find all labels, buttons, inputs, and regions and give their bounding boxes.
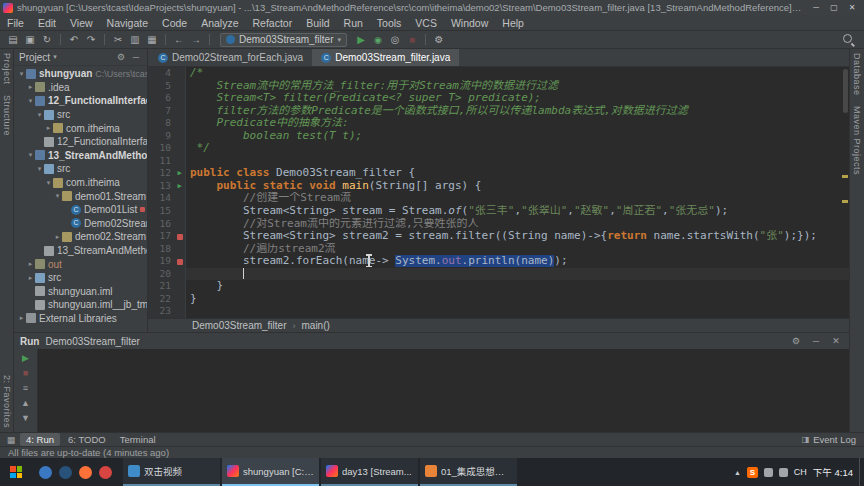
- run-config-selector[interactable]: Demo03Stream_filter ▾: [220, 33, 347, 47]
- tree-item-demo01list[interactable]: CDemo01List: [14, 203, 147, 217]
- line-number[interactable]: 17: [148, 230, 174, 243]
- toolwindow-switcher-icon[interactable]: ▦: [4, 435, 18, 445]
- code-line-10[interactable]: 10 */: [148, 142, 849, 155]
- tree-item--idea[interactable]: ▸.idea: [14, 81, 147, 95]
- cut-icon[interactable]: ✂: [110, 32, 126, 48]
- breadcrumb-class[interactable]: Demo03Stream_filter: [192, 320, 286, 331]
- tool-button-project[interactable]: Project: [2, 53, 12, 85]
- save-all-icon[interactable]: ▣: [22, 32, 38, 48]
- tree-item-13-streamandmethodr-[interactable]: 13_StreamAndMethodR...: [14, 244, 147, 258]
- run-gutter-icon[interactable]: ▶: [174, 167, 186, 180]
- menu-item-code[interactable]: Code: [155, 17, 194, 29]
- line-number[interactable]: 12: [148, 167, 174, 180]
- line-number[interactable]: 13: [148, 180, 174, 193]
- firefox-icon[interactable]: [79, 466, 92, 479]
- panel-hide-icon[interactable]: ─: [130, 52, 142, 62]
- tree-item-out[interactable]: ▸out: [14, 257, 147, 271]
- open-icon[interactable]: ▤: [5, 32, 21, 48]
- editor-scrollbar[interactable]: [841, 67, 849, 318]
- tree-expand-icon[interactable]: ▾: [17, 70, 26, 78]
- redo-icon[interactable]: ↷: [83, 32, 99, 48]
- tray-expand-icon[interactable]: ▲: [734, 469, 741, 476]
- line-number[interactable]: 8: [148, 117, 174, 130]
- tree-item-12-functionalinterface[interactable]: ▾12_FunctionalInterface: [14, 94, 147, 108]
- tool-button-database[interactable]: Database: [852, 53, 862, 96]
- code-line-13[interactable]: 13▶ public static void main(String[] arg…: [148, 180, 849, 193]
- tree-item-com-itheima[interactable]: ▸com.itheima: [14, 121, 147, 135]
- line-number[interactable]: 15: [148, 205, 174, 218]
- code-line-9[interactable]: 9 boolean test(T t);: [148, 130, 849, 143]
- tree-expand-icon[interactable]: ▸: [44, 124, 53, 132]
- menu-item-refactor[interactable]: Refactor: [246, 17, 300, 29]
- taskbar-task[interactable]: shungyuan [C:\U...: [222, 458, 319, 486]
- statusbar-run-button[interactable]: 4: Run: [20, 433, 60, 446]
- tree-item-shungyuan[interactable]: ▾shungyuanC:\Users\tcast\IdeaProjec: [14, 67, 147, 81]
- menu-item-edit[interactable]: Edit: [31, 17, 63, 29]
- debug-button[interactable]: ◉: [370, 32, 386, 48]
- tree-item-com-itheima[interactable]: ▾com.itheima: [14, 176, 147, 190]
- run-gutter-icon[interactable]: ▶: [174, 180, 186, 193]
- browser-icon[interactable]: [39, 466, 52, 479]
- volume-icon[interactable]: [764, 468, 773, 477]
- run-close-icon[interactable]: ✕: [829, 336, 843, 346]
- event-log-button[interactable]: Event Log: [813, 434, 856, 445]
- app-icon[interactable]: [59, 466, 72, 479]
- tab-demo02stream-foreach[interactable]: C Demo02Stream_forEach.java: [149, 49, 312, 66]
- menu-item-window[interactable]: Window: [444, 17, 495, 29]
- line-number[interactable]: 9: [148, 130, 174, 143]
- menu-item-run[interactable]: Run: [337, 17, 370, 29]
- sogou-input-icon[interactable]: S: [747, 467, 758, 478]
- maximize-button[interactable]: ▢: [825, 3, 843, 12]
- run-button[interactable]: ▶: [353, 32, 369, 48]
- line-number[interactable]: 22: [148, 293, 174, 306]
- tree-expand-icon[interactable]: ▸: [53, 233, 62, 241]
- code-line-17[interactable]: 17 Stream<String> stream2 = stream.filte…: [148, 230, 849, 243]
- tree-item-src[interactable]: ▸src: [14, 271, 147, 285]
- tree-expand-icon[interactable]: ▾: [26, 97, 35, 105]
- tree-expand-icon[interactable]: ▾: [26, 151, 35, 159]
- start-button[interactable]: [0, 458, 32, 486]
- clock[interactable]: 下午 4:14: [813, 465, 853, 479]
- panel-settings-gear-icon[interactable]: ⚙: [115, 52, 127, 62]
- close-button[interactable]: ✕: [843, 3, 861, 12]
- gutter-error-marker[interactable]: [174, 230, 186, 243]
- sync-icon[interactable]: ↻: [39, 32, 55, 48]
- line-number[interactable]: 19: [148, 255, 174, 268]
- coverage-button[interactable]: ◎: [387, 32, 403, 48]
- code-editor[interactable]: 4/*5 Stream流中的常用方法_filter:用于对Stream流中的数据…: [148, 67, 849, 318]
- code-line-16[interactable]: 16 //对Stream流中的元素进行过滤,只要姓张的人: [148, 218, 849, 231]
- menu-item-vcs[interactable]: VCS: [408, 17, 444, 29]
- menu-item-tools[interactable]: Tools: [370, 17, 409, 29]
- gutter-error-marker[interactable]: [174, 255, 186, 268]
- show-desktop-button[interactable]: [859, 458, 864, 486]
- tree-item-shungyuan-iml-jb-tmp-[interactable]: shungyuan.iml__jb_tmp__: [14, 298, 147, 312]
- tree-expand-icon[interactable]: ▸: [26, 83, 35, 91]
- paste-icon[interactable]: ▦: [144, 32, 160, 48]
- tool-button-structure[interactable]: Structure: [2, 95, 12, 136]
- scroll-down-icon[interactable]: ▼: [19, 412, 32, 424]
- line-number[interactable]: 7: [148, 105, 174, 118]
- taskbar-task[interactable]: day13 [Stream...: [321, 458, 418, 486]
- tree-item-demo01-stream[interactable]: ▾demo01.Stream: [14, 189, 147, 203]
- input-language-indicator[interactable]: CH: [794, 467, 807, 477]
- tree-expand-icon[interactable]: ▾: [35, 165, 44, 173]
- scrollbar-thumb[interactable]: [843, 69, 848, 113]
- code-line-14[interactable]: 14 //创建一个Stream流: [148, 192, 849, 205]
- code-line-22[interactable]: 22}: [148, 293, 849, 306]
- stop-process-button[interactable]: ■: [19, 367, 32, 379]
- tree-item-demo02stream[interactable]: CDemo02Stream: [14, 217, 147, 231]
- code-line-12[interactable]: 12▶public class Demo03Stream_filter {: [148, 167, 849, 180]
- tree-expand-icon[interactable]: ▾: [35, 111, 44, 119]
- menu-item-view[interactable]: View: [63, 17, 100, 29]
- run-hide-icon[interactable]: ─: [809, 336, 823, 346]
- code-line-7[interactable]: 7 filter方法的参数Predicate是一个函数式接口,所以可以传递lam…: [148, 105, 849, 118]
- settings-gear-icon[interactable]: ⚙: [431, 32, 447, 48]
- code-line-11[interactable]: 11: [148, 155, 849, 168]
- scroll-up-icon[interactable]: ▲: [19, 397, 32, 409]
- code-line-23[interactable]: 23: [148, 305, 849, 318]
- tab-demo03stream-filter[interactable]: C Demo03Stream_filter.java: [312, 49, 459, 66]
- taskbar-task[interactable]: 01_集成思想概述...: [420, 458, 517, 486]
- warning-stripe-mark[interactable]: [842, 175, 848, 178]
- minimize-button[interactable]: ─: [807, 3, 825, 12]
- rerun-button[interactable]: ▶: [19, 352, 32, 364]
